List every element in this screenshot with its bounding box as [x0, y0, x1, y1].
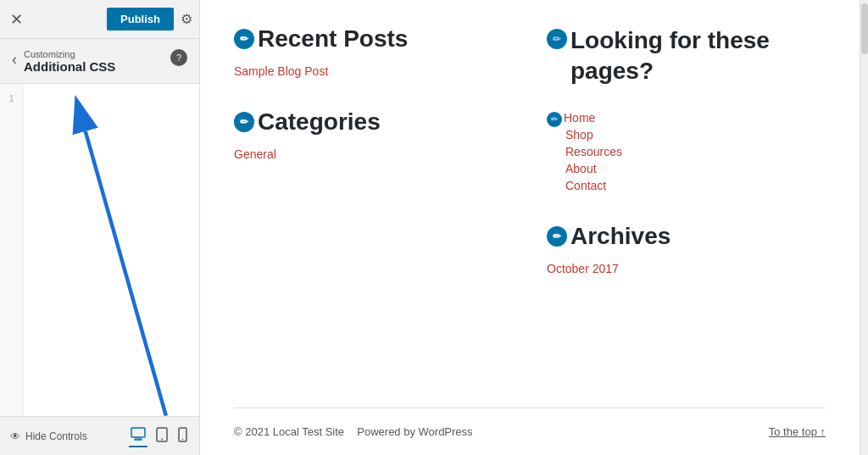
svg-point-6: [161, 438, 163, 440]
bottom-toolbar: 👁 Hide Controls: [0, 416, 199, 455]
recent-post-link-1[interactable]: Sample Blog Post: [234, 64, 513, 78]
looking-for-title: Looking for these pages?: [570, 25, 826, 87]
nav-link-home[interactable]: Home: [564, 111, 595, 125]
categories-edit-icon[interactable]: ✏: [234, 112, 254, 132]
desktop-view-button[interactable]: [129, 425, 147, 447]
archive-link-1[interactable]: October 2017: [547, 262, 826, 275]
code-editor-area: 1: [0, 84, 199, 416]
archives-edit-icon[interactable]: ✏: [547, 226, 567, 247]
right-widget-col: ✏ Looking for these pages? ✏ Home Shop R…: [547, 25, 826, 391]
customizing-label: Customizing: [24, 49, 170, 59]
categories-section: ✏ Categories General: [234, 108, 513, 161]
nav-link-shop[interactable]: Shop: [565, 128, 826, 141]
preview-wrapper: ✏ Recent Posts Sample Blog Post ✏ Catego…: [200, 0, 868, 455]
publish-button[interactable]: Publish: [107, 8, 174, 31]
preview-content: ✏ Recent Posts Sample Blog Post ✏ Catego…: [200, 0, 860, 391]
left-widget-col: ✏ Recent Posts Sample Blog Post ✏ Catego…: [234, 25, 513, 391]
categories-title: ✏ Categories: [234, 108, 513, 136]
mobile-view-button[interactable]: [176, 425, 189, 447]
recent-posts-section: ✏ Recent Posts Sample Blog Post: [234, 25, 513, 78]
nav-link-about[interactable]: About: [565, 162, 826, 175]
scrollbar-thumb[interactable]: [861, 3, 868, 54]
looking-for-edit-icon[interactable]: ✏: [547, 29, 567, 49]
eye-icon: 👁: [10, 430, 20, 442]
footer-left: © 2021 Local Test Site Powered by WordPr…: [234, 425, 473, 438]
category-link-1[interactable]: General: [234, 147, 513, 161]
top-bar: ✕ Publish ⚙: [0, 0, 199, 39]
svg-point-8: [182, 438, 184, 440]
looking-for-section: ✏ Looking for these pages? ✏ Home Shop R…: [547, 25, 826, 192]
hide-controls-label: Hide Controls: [25, 430, 87, 442]
footer-top-link[interactable]: To the top ↑: [769, 425, 826, 438]
footer-powered: Powered by WordPress: [357, 425, 472, 438]
preview-panel: ✏ Recent Posts Sample Blog Post ✏ Catego…: [200, 0, 860, 455]
recent-posts-edit-icon[interactable]: ✏: [234, 29, 254, 49]
nav-link-resources[interactable]: Resources: [565, 145, 826, 158]
customizing-header: ‹ Customizing Additional CSS ?: [0, 39, 199, 84]
view-icons: [129, 425, 189, 447]
scrollbar-track[interactable]: [860, 0, 868, 455]
line-number-1: 1: [8, 91, 14, 106]
categories-heading: Categories: [258, 108, 381, 136]
help-button[interactable]: ?: [170, 49, 187, 66]
tablet-view-button[interactable]: [154, 425, 170, 447]
archives-heading: Archives: [570, 223, 670, 250]
nav-link-contact[interactable]: Contact: [565, 179, 826, 192]
preview-footer: © 2021 Local Test Site Powered by WordPr…: [234, 408, 826, 455]
recent-posts-title: ✏ Recent Posts: [234, 25, 513, 53]
footer-copyright: © 2021 Local Test Site: [234, 425, 344, 438]
line-numbers: 1: [0, 84, 24, 416]
archives-section: ✏ Archives October 2017: [547, 223, 826, 275]
close-button[interactable]: ✕: [7, 7, 26, 32]
css-input[interactable]: [24, 84, 199, 416]
recent-posts-heading: Recent Posts: [258, 25, 408, 53]
left-panel: ✕ Publish ⚙ ‹ Customizing Additional CSS…: [0, 0, 200, 455]
svg-rect-2: [131, 428, 145, 437]
archives-title: ✏ Archives: [547, 223, 826, 250]
gear-button[interactable]: ⚙: [181, 11, 192, 27]
looking-for-links: ✏ Home Shop Resources About Contact: [547, 111, 826, 192]
hide-controls-button[interactable]: 👁 Hide Controls: [10, 430, 87, 442]
back-button[interactable]: ‹: [12, 51, 17, 69]
home-link-edit-icon[interactable]: ✏: [547, 112, 562, 127]
customizing-title: Additional CSS: [24, 59, 115, 74]
